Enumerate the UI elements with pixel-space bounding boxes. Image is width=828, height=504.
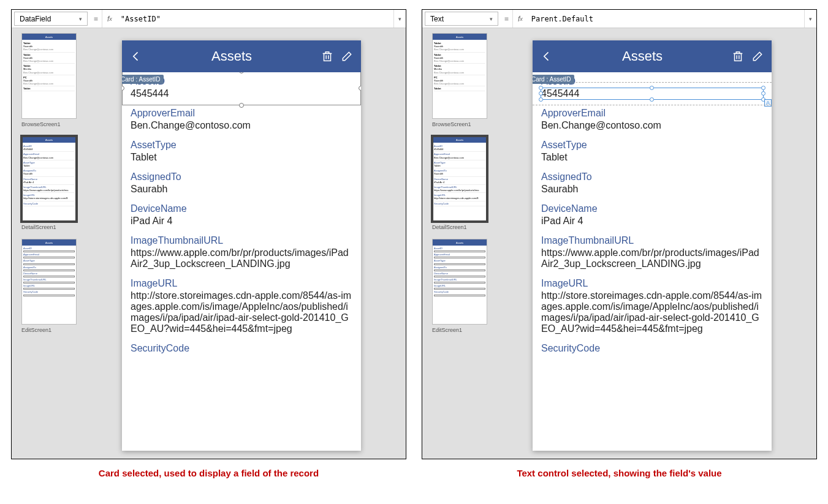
card-ImageThumbnailURL[interactable]: ImageThumbnailURL https://www.apple.com/… — [541, 231, 763, 274]
trash-icon[interactable] — [321, 50, 334, 63]
card-ImageThumbnailURL[interactable]: ImageThumbnailURL https://www.apple.com/… — [131, 231, 352, 274]
phone-title: Assets — [560, 48, 725, 64]
panel-caption: Text control selected, showing the field… — [422, 468, 817, 478]
chevron-down-icon: ▾ — [79, 16, 82, 22]
card-SecurityCode[interactable]: SecurityCode — [131, 339, 352, 360]
thumb-detail[interactable]: Assets AssetID4545444ApproverEmailBen.Ch… — [432, 136, 487, 222]
svg-rect-0 — [324, 53, 331, 61]
phone-header: Assets — [533, 40, 772, 72]
property-name: DataField — [20, 15, 51, 23]
field-value[interactable]: https://www.apple.com/br/pr/products/ima… — [541, 247, 763, 269]
editor-panel: Text ▾ = fx Parent.Default ▾ Assets Tabl… — [422, 9, 817, 459]
back-icon[interactable] — [129, 50, 143, 63]
card-AssetID[interactable]: AssetID 4545444 A — [541, 72, 763, 104]
trash-icon[interactable] — [731, 50, 745, 63]
property-selector[interactable]: Text ▾ — [425, 12, 498, 26]
formula-dropdown[interactable]: ▾ — [804, 10, 816, 28]
thumb-browse[interactable]: Assets TabletSaurabhBen.Change@contoso.c… — [432, 33, 487, 119]
phone-preview[interactable]: Assets Card : AssetID AssetID 4545444 — [533, 40, 772, 451]
thumb-label: DetailScreen1 — [432, 224, 491, 230]
fx-label: fx — [102, 10, 117, 28]
field-value[interactable]: Saurabh — [541, 184, 763, 195]
card-AssignedTo[interactable]: AssignedTo Saurabh — [541, 168, 763, 200]
field-value[interactable]: Saurabh — [131, 184, 352, 195]
formula-dropdown[interactable]: ▾ — [393, 10, 406, 28]
field-label: AssetType — [541, 140, 763, 151]
card-AssetType[interactable]: AssetType Tablet — [131, 136, 352, 168]
thumb-browse[interactable]: Assets TabletSaurabhBen.Change@contoso.c… — [21, 33, 77, 119]
field-value[interactable]: https://www.apple.com/br/pr/products/ima… — [131, 247, 352, 269]
thumb-label: DetailScreen1 — [21, 224, 80, 230]
field-label: AssetType — [131, 140, 352, 151]
card-ApproverEmail[interactable]: ApproverEmail Ben.Change@contoso.com — [131, 104, 352, 136]
canvas[interactable]: Assets Card : AssetID AssetID 4545444 — [495, 28, 816, 459]
thumb-detail[interactable]: Assets AssetID4545444ApproverEmailBen.Ch… — [21, 136, 77, 222]
field-label: SecurityCode — [131, 343, 352, 354]
field-label: ApproverEmail — [131, 108, 352, 119]
card-DeviceName[interactable]: DeviceName iPad Air 4 — [131, 200, 352, 231]
equals-label: = — [501, 10, 512, 28]
panel-caption: Card selected, used to display a field o… — [11, 468, 406, 478]
phone-header: Assets — [122, 40, 361, 72]
field-label: AssignedTo — [131, 171, 352, 182]
property-name: Text — [430, 15, 444, 23]
card-SecurityCode[interactable]: SecurityCode — [541, 339, 763, 360]
thumb-label: EditScreen1 — [432, 327, 491, 333]
field-value[interactable]: iPad Air 4 — [131, 216, 352, 227]
field-label: DeviceName — [131, 203, 352, 214]
screen-thumbnails: Assets TabletSaurabhBen.Change@contoso.c… — [12, 28, 84, 459]
field-label: ApproverEmail — [541, 108, 763, 119]
field-value[interactable]: 4545444 — [131, 88, 352, 99]
field-value[interactable]: Ben.Change@contoso.com — [131, 120, 352, 131]
field-label: SecurityCode — [541, 343, 763, 354]
field-label: ImageThumbnailURL — [541, 235, 763, 246]
field-label: AssignedTo — [541, 171, 763, 182]
field-label: DeviceName — [541, 203, 763, 214]
selection-tag: Card : AssetID — [533, 75, 574, 84]
property-selector[interactable]: DataField ▾ — [14, 12, 88, 26]
card-ApproverEmail[interactable]: ApproverEmail Ben.Change@contoso.com — [541, 104, 763, 136]
thumb-label: BrowseScreen1 — [21, 121, 80, 127]
edit-icon[interactable] — [340, 50, 354, 63]
equals-label: = — [90, 10, 102, 28]
thumb-edit[interactable]: Assets AssetIDApproverEmailAssetTypeAssi… — [432, 239, 487, 325]
field-value[interactable]: Ben.Change@contoso.com — [541, 120, 763, 131]
field-value[interactable]: 4545444 A — [541, 88, 763, 99]
thumb-label: BrowseScreen1 — [432, 121, 491, 127]
svg-rect-4 — [735, 53, 742, 61]
edit-icon[interactable] — [751, 50, 764, 63]
thumb-edit[interactable]: Assets AssetIDApproverEmailAssetTypeAssi… — [21, 239, 77, 325]
formula-bar: DataField ▾ = fx "AssetID" ▾ — [12, 10, 406, 28]
fx-label: fx — [512, 10, 528, 28]
field-label: ImageURL — [541, 278, 763, 289]
selection-tag: Card : AssetID — [122, 75, 164, 84]
field-value[interactable]: http://store.storeimages.cdn-apple.com/8… — [541, 290, 763, 334]
card-ImageURL[interactable]: ImageURL http://store.storeimages.cdn-ap… — [541, 274, 763, 339]
field-value[interactable]: http://store.storeimages.cdn-apple.com/8… — [131, 290, 352, 334]
phone-body: AssetID 4545444 A Approve — [533, 72, 772, 451]
field-label: AssetID — [131, 76, 352, 87]
formula-input[interactable]: Parent.Default — [528, 10, 804, 28]
field-value[interactable]: iPad Air 4 — [541, 216, 763, 227]
phone-title: Assets — [149, 48, 314, 64]
card-ImageURL[interactable]: ImageURL http://store.storeimages.cdn-ap… — [131, 274, 352, 339]
card-AssetType[interactable]: AssetType Tablet — [541, 136, 763, 168]
card-AssetID[interactable]: AssetID 4545444 — [131, 72, 352, 104]
formula-input[interactable]: "AssetID" — [117, 10, 393, 28]
canvas[interactable]: Assets Card : AssetID AssetID 4545444 Ap… — [84, 28, 406, 459]
chevron-down-icon: ▾ — [490, 16, 493, 22]
editor-panel: DataField ▾ = fx "AssetID" ▾ Assets Tabl… — [11, 9, 406, 459]
field-label: ImageURL — [131, 278, 352, 289]
field-value[interactable]: Tablet — [131, 152, 352, 163]
card-AssignedTo[interactable]: AssignedTo Saurabh — [131, 168, 352, 200]
field-value[interactable]: Tablet — [541, 152, 763, 163]
phone-preview[interactable]: Assets Card : AssetID AssetID 4545444 Ap… — [122, 40, 361, 451]
back-icon[interactable] — [540, 50, 553, 63]
card-DeviceName[interactable]: DeviceName iPad Air 4 — [541, 200, 763, 231]
screen-thumbnails: Assets TabletSaurabhBen.Change@contoso.c… — [422, 28, 495, 459]
field-label: ImageThumbnailURL — [131, 235, 352, 246]
thumb-label: EditScreen1 — [21, 327, 80, 333]
phone-body: AssetID 4545444 ApproverEmail Ben.Change… — [122, 72, 361, 451]
formula-bar: Text ▾ = fx Parent.Default ▾ — [422, 10, 816, 28]
